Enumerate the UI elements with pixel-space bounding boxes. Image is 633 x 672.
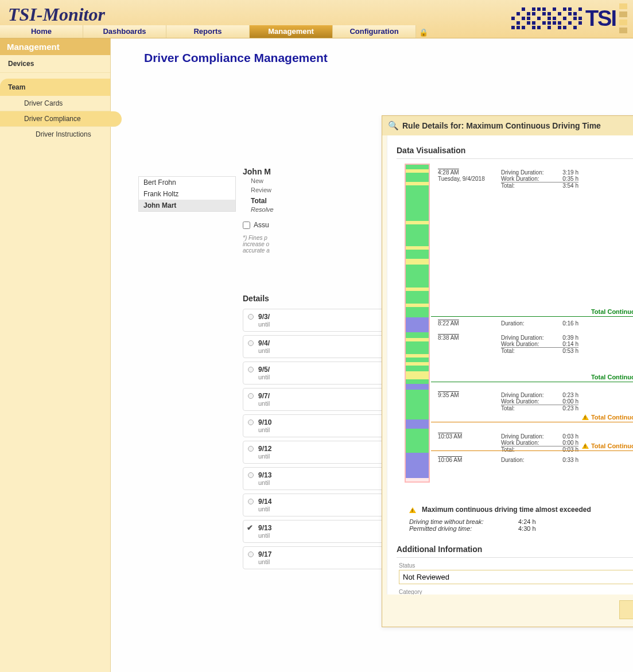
continuous-driving-label: Total Continuous Driving: 3:19 h — [591, 308, 633, 315]
section-additional-info: Additional Information — [397, 540, 633, 558]
radio-icon — [248, 419, 254, 425]
timeline-segment-drive — [406, 358, 429, 362]
sidebar-item-driver-compliance[interactable]: Driver Compliance — [0, 111, 122, 127]
detail-item[interactable]: 9/5/until — [243, 362, 392, 384]
category-label: Category — [399, 589, 633, 595]
duration-block: Driving Duration:0:23 hWork Duration:0:0… — [501, 392, 578, 411]
timeline-segment-drive — [406, 390, 429, 419]
fines-note: *) Fines p increase o accurate a — [243, 235, 392, 254]
close-button[interactable]: Close — [619, 600, 633, 619]
visualisation-area: 4:28 AMTuesday, 9/4/2018Driving Duration… — [397, 164, 633, 494]
continuous-driving-line — [431, 316, 633, 317]
nav-configuration[interactable]: Configuration — [333, 25, 416, 38]
radio-icon — [248, 551, 254, 557]
assume-label: Assu — [254, 221, 269, 229]
timeline-segment-break — [406, 384, 429, 390]
continuous-driving-label: Total Continuous Driving: 3:58 h — [591, 374, 633, 380]
duration-block: Duration:0:33 h — [501, 457, 578, 463]
detail-item[interactable]: 9/10until — [243, 414, 392, 437]
page-title: Driver Compliance Management — [144, 51, 633, 65]
brand: TSI-Monitor — [8, 4, 105, 25]
status-select[interactable]: Not Reviewed — [399, 570, 633, 584]
duration-block: Driving Duration:3:19 hWork Duration:0:3… — [501, 169, 578, 189]
timeline-segment-drive — [406, 224, 429, 246]
main-nav: Home Dashboards Reports Management Confi… — [0, 25, 416, 38]
detail-item[interactable]: 9/7/until — [243, 388, 392, 411]
continuous-driving-line — [431, 422, 633, 422]
timeline-segment-drive — [406, 265, 429, 288]
logo: TSI — [511, 3, 627, 33]
warning-icon — [409, 507, 416, 513]
timeline-segment-work — [406, 371, 429, 379]
timeline-segment-work — [406, 259, 429, 265]
summary-label: Driving time without break: — [409, 518, 518, 525]
continuous-driving-line — [431, 382, 633, 382]
sidebar-title: Management — [0, 38, 110, 55]
sidebar-item-driver-instructions[interactable]: Driver Instructions — [0, 127, 110, 142]
detail-item[interactable]: 9/12until — [243, 441, 392, 464]
radio-icon — [248, 499, 254, 504]
warning-icon — [582, 443, 589, 449]
timeline-segment-drive — [406, 291, 429, 304]
radio-icon — [248, 314, 254, 320]
driver-list-item[interactable]: Bert Frohn — [139, 177, 235, 188]
detail-item[interactable]: 9/4/until — [243, 335, 392, 358]
driver-list-item[interactable]: John Mart — [139, 200, 235, 211]
timeline-segment-drive — [406, 185, 429, 221]
timeline-segment-break — [406, 453, 429, 478]
summary-label: Permitted driving time: — [409, 525, 518, 532]
timeline-segment-drive — [406, 173, 429, 182]
timeline-bar — [405, 164, 430, 483]
summary-row-resolve: Resolve — [243, 206, 392, 219]
sidebar-item-devices[interactable]: Devices — [0, 55, 110, 73]
time-label: 9:35 AM — [438, 392, 459, 398]
nav-home[interactable]: Home — [0, 25, 83, 38]
logo-text: TSI — [585, 6, 616, 31]
details-heading: Details — [243, 294, 392, 303]
topbar: TSI-Monitor Home Dashboards Reports Mana… — [0, 0, 633, 38]
summary-row-total: Total — [243, 195, 392, 206]
duration-block: Driving Duration:0:39 hWork Duration:0:1… — [501, 335, 578, 354]
driver-list: Bert Frohn Frank Holtz John Mart — [138, 176, 236, 212]
modal-title: Rule Details for: Maximum Continuous Dri… — [402, 121, 601, 130]
timeline-segment-break — [406, 419, 429, 429]
assume-checkbox[interactable] — [243, 222, 250, 229]
logo-side-blocks — [619, 3, 627, 33]
time-label: 8:38 AM — [438, 335, 459, 341]
nav-management[interactable]: Management — [250, 25, 333, 38]
detail-item[interactable]: 9/13until — [243, 467, 392, 490]
timeline-segment-drive — [406, 341, 429, 354]
summary-value: 4:24 h — [518, 518, 536, 525]
rule-details-modal: 🔍 Rule Details for: Maximum Continuous D… — [382, 115, 633, 627]
continuous-driving-line — [431, 450, 633, 451]
status-label: Status — [399, 562, 633, 569]
detail-item[interactable]: 9/3/until — [243, 309, 392, 332]
summary-row-review: Review — [243, 185, 392, 195]
radio-icon — [248, 472, 254, 478]
check-icon — [248, 525, 254, 531]
continuous-driving-label: Total Continuous Driving: 4:21 h — [582, 414, 633, 421]
nav-dashboards[interactable]: Dashboards — [83, 25, 166, 38]
logo-dots-icon — [511, 7, 582, 29]
continuous-driving-label: Total Continuous Driving: 4:24 h — [582, 442, 633, 449]
summary-box: Maximum continuous driving time almost e… — [397, 506, 633, 540]
detail-item[interactable]: 9/17until — [243, 546, 392, 569]
sidebar-item-team[interactable]: Team — [0, 79, 110, 96]
sidebar-item-driver-cards[interactable]: Driver Cards — [0, 96, 110, 111]
sidebar: Management Devices Team Driver Cards Dri… — [0, 38, 111, 672]
summary-heading: Maximum continuous driving time almost e… — [422, 506, 591, 514]
timeline-segment-drive — [406, 429, 429, 453]
modal-body[interactable]: Data Visualisation 4:28 AMTuesday, 9/4/2… — [387, 135, 633, 595]
timeline-segment-drive — [406, 250, 429, 259]
assume-checkbox-row: Assu — [243, 219, 392, 231]
driver-summary-column: John M New Review Total Resolve Assu *) … — [243, 167, 392, 573]
summary-value: 4:30 h — [518, 525, 536, 532]
driver-list-item[interactable]: Frank Holtz — [139, 188, 235, 200]
details-list: 9/3/until9/4/until9/5/until9/7/until9/10… — [243, 309, 392, 569]
timeline-segment-drive — [406, 379, 429, 384]
detail-item[interactable]: 9/13until — [243, 520, 392, 543]
nav-reports[interactable]: Reports — [166, 25, 250, 38]
lock-icon[interactable]: 🔒 — [419, 28, 428, 37]
detail-item[interactable]: 9/14until — [243, 494, 392, 516]
radio-icon — [248, 393, 254, 399]
